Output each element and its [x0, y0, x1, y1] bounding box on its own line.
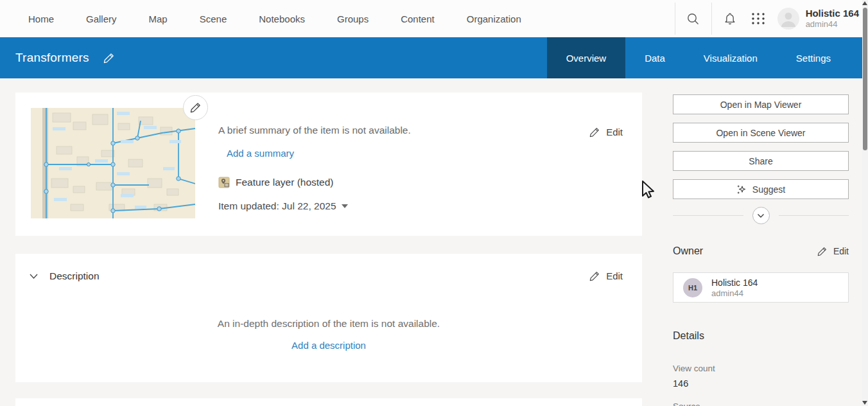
open-in-scene-viewer-button[interactable]: Open in Scene Viewer — [673, 123, 849, 143]
item-updated-label: Item updated: Jul 22, 2025 — [218, 200, 336, 212]
scrollbar-up-arrow[interactable] — [862, 1, 867, 5]
details-section-title: Details — [673, 330, 704, 341]
button-label: Share — [749, 156, 772, 166]
notifications-button[interactable] — [716, 0, 744, 37]
expand-actions-button[interactable] — [752, 207, 770, 224]
top-nav: Home Gallery Map Scene Notebooks Groups … — [0, 0, 868, 37]
edit-label: Edit — [833, 246, 849, 256]
nav-item-notebooks[interactable]: Notebooks — [259, 13, 305, 24]
tab-settings[interactable]: Settings — [777, 37, 850, 78]
primary-nav: Home Gallery Map Scene Notebooks Groups … — [28, 0, 521, 37]
edit-thumbnail-button[interactable] — [183, 95, 208, 120]
edit-title-button[interactable] — [103, 53, 114, 64]
nav-item-map[interactable]: Map — [149, 13, 168, 24]
pencil-icon — [589, 127, 600, 137]
edit-owner-button[interactable]: Edit — [817, 246, 849, 256]
item-title: Transformers — [15, 51, 89, 65]
source-label: Source — [673, 402, 700, 406]
description-card: Description Edit An in-depth description… — [15, 254, 642, 382]
nav-item-scene[interactable]: Scene — [200, 13, 227, 24]
tab-data[interactable]: Data — [625, 37, 684, 78]
owner-username: admin44 — [711, 288, 758, 298]
divider — [673, 215, 743, 216]
app-launcher-button[interactable] — [744, 0, 772, 37]
summary-card: A brief summary of the item is not avail… — [15, 93, 642, 236]
edit-description-button[interactable]: Edit — [589, 270, 623, 281]
add-description-link[interactable]: Add a description — [15, 340, 642, 351]
pencil-icon — [589, 271, 600, 281]
pencil-icon — [103, 53, 114, 64]
person-silhouette-icon — [777, 8, 799, 30]
open-in-map-viewer-button[interactable]: Open in Map Viewer — [673, 94, 849, 114]
pencil-icon — [190, 102, 201, 113]
user-display-name: Holistic 164 — [806, 8, 859, 20]
view-count-label: View count — [673, 364, 715, 373]
button-label: Suggest — [752, 184, 785, 195]
user-menu-button[interactable]: Holistic 164 admin44 — [777, 0, 859, 37]
owner-avatar: H1 — [683, 278, 702, 297]
owner-section-title: Owner — [673, 245, 703, 257]
divider — [779, 215, 849, 216]
nav-item-groups[interactable]: Groups — [337, 13, 369, 24]
item-updated-dropdown[interactable]: Item updated: Jul 22, 2025 — [218, 200, 348, 212]
nav-item-home[interactable]: Home — [28, 13, 54, 24]
user-avatar — [777, 8, 799, 30]
edit-label: Edit — [606, 127, 623, 137]
search-icon — [686, 12, 700, 26]
search-button[interactable] — [679, 0, 707, 37]
item-thumbnail-map — [31, 108, 195, 218]
nav-item-content[interactable]: Content — [401, 13, 435, 24]
view-count-value: 146 — [673, 378, 688, 389]
edit-summary-button[interactable]: Edit — [589, 127, 623, 137]
pencil-icon — [817, 247, 827, 256]
button-label: Open in Map Viewer — [720, 100, 802, 110]
nav-divider — [711, 3, 712, 35]
item-title-bar: Transformers Overview Data Visualization… — [0, 37, 868, 78]
tab-overview[interactable]: Overview — [547, 37, 626, 78]
chevron-down-icon[interactable] — [29, 273, 39, 279]
overview-content: A brief summary of the item is not avail… — [0, 78, 868, 406]
share-button[interactable]: Share — [673, 151, 849, 171]
caret-down-icon — [342, 204, 348, 208]
owner-name: Holistic 164 — [711, 277, 758, 288]
feature-layer-icon — [218, 177, 230, 188]
app-launcher-grid-icon — [751, 11, 766, 26]
item-type-row: Feature layer (hosted) — [218, 177, 334, 188]
ai-sparkle-icon — [736, 184, 747, 195]
nav-divider — [675, 3, 675, 35]
item-type-label: Feature layer (hosted) — [236, 177, 334, 188]
add-summary-link[interactable]: Add a summary — [227, 148, 294, 159]
scrollbar-thumb[interactable] — [863, 8, 867, 150]
bell-icon — [723, 12, 737, 26]
nav-item-organization[interactable]: Organization — [467, 13, 521, 24]
nav-item-gallery[interactable]: Gallery — [86, 13, 117, 24]
sidebar-expander — [673, 207, 849, 224]
chevron-down-icon — [757, 213, 765, 218]
button-label: Open in Scene Viewer — [716, 128, 805, 138]
description-empty-text: An in-depth description of the item is n… — [15, 318, 642, 330]
next-section-card — [15, 398, 642, 406]
tab-visualization[interactable]: Visualization — [684, 37, 777, 78]
owner-card[interactable]: H1 Holistic 164 admin44 — [673, 272, 849, 303]
item-tabs: Overview Data Visualization Settings — [547, 37, 850, 78]
scrollbar-down-arrow[interactable] — [862, 401, 867, 405]
page-scrollbar — [862, 0, 868, 406]
user-username: admin44 — [806, 19, 859, 30]
summary-empty-text: A brief summary of the item is not avail… — [218, 125, 411, 136]
description-section-title: Description — [49, 270, 100, 282]
edit-label: Edit — [606, 270, 623, 281]
suggest-button[interactable]: Suggest — [673, 179, 849, 199]
